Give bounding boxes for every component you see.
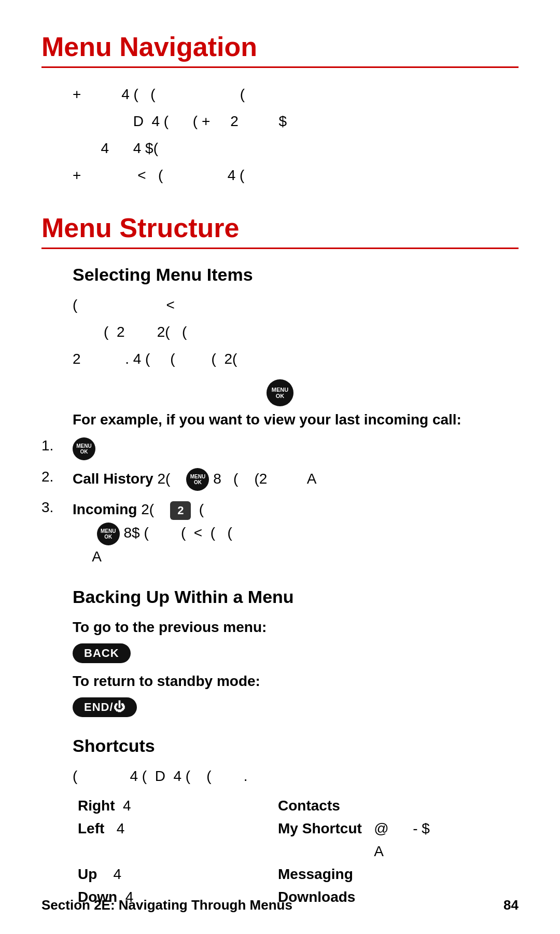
backing-up-subsection: Backing Up Within a Menu To go to the pr…: [41, 587, 519, 717]
shortcuts-intro: ( 4 ( D 4 ( ( .: [73, 765, 519, 787]
step-1-number: 1.: [41, 436, 73, 454]
nav-line-1: + 4 ( ( (: [73, 84, 519, 105]
selecting-line-3: 2 . 4 ( ( ( 2(: [73, 348, 519, 370]
backing-up-heading: Backing Up Within a Menu: [73, 587, 519, 607]
num-button-2: 2: [170, 501, 191, 520]
step-2-number: 2.: [41, 468, 73, 485]
menu-structure-heading: Menu Structure: [41, 212, 519, 243]
menu-ok-button-step2: MENUOK: [186, 468, 209, 491]
shortcut-row-left: Left 4 My Shortcut @ - $: [73, 817, 550, 840]
selecting-line-2: ( 2 2( (: [104, 321, 519, 343]
step-1-content: MENUOK: [73, 436, 519, 460]
shortcut-right-action: Contacts: [273, 794, 533, 817]
shortcut-row-right: Right 4 Contacts: [73, 794, 550, 817]
shortcuts-table: Right 4 Contacts Left 4 My Shortcut @ - …: [73, 794, 550, 909]
step-3-bold: Incoming: [73, 501, 137, 517]
shortcut-left-action: My Shortcut @ - $: [273, 817, 533, 840]
shortcut-left-extra-line: A: [273, 840, 550, 863]
steps-list: 1. MENUOK 2. Call History 2( MENUOK 8 ( …: [41, 436, 519, 568]
step-2-content: Call History 2( MENUOK 8 ( (2 A: [73, 468, 519, 491]
step-2-bold: Call History: [73, 471, 153, 487]
shortcuts-heading: Shortcuts: [73, 736, 519, 756]
footer: Section 2E: Navigating Through Menus 84: [41, 897, 519, 913]
section2-divider: [41, 248, 519, 249]
previous-menu-label: To go to the previous menu:: [73, 616, 519, 638]
back-button: BACK: [73, 643, 131, 663]
standby-label: To return to standby mode:: [73, 670, 519, 692]
section1-divider: [41, 66, 519, 68]
example-label: For example, if you want to view your la…: [73, 411, 519, 428]
step-2: 2. Call History 2( MENUOK 8 ( (2 A: [41, 468, 519, 491]
footer-left: Section 2E: Navigating Through Menus: [41, 897, 292, 913]
end-power-button: END/⏻: [73, 697, 137, 717]
nav-line-2: D 4 ( ( + 2 $: [73, 111, 519, 132]
end-button-row: END/⏻: [73, 697, 519, 717]
shortcut-right-extra: [533, 794, 550, 817]
step-3-content: Incoming 2( 2 ( MENUOK 8$ ( ( < ( ( A: [73, 498, 519, 568]
shortcut-right-label: [178, 794, 273, 817]
nav-line-3: 4 4 $(: [73, 138, 519, 159]
menu-button-center: MENUOK: [41, 379, 519, 406]
shortcut-row-left-extra: A: [73, 840, 550, 863]
selecting-heading: Selecting Menu Items: [73, 265, 519, 285]
step-1: 1. MENUOK: [41, 436, 519, 460]
footer-right: 84: [503, 897, 519, 913]
shortcuts-subsection: Shortcuts ( 4 ( D 4 ( ( . Right 4 Contac…: [41, 736, 519, 909]
menu-ok-button-step1: MENUOK: [73, 437, 95, 460]
shortcut-left-dir: Left 4: [73, 817, 178, 840]
menu-navigation-heading: Menu Navigation: [41, 31, 519, 62]
menu-ok-button-top: MENUOK: [267, 379, 293, 406]
back-button-row: BACK: [73, 643, 519, 663]
selecting-menu-items-subsection: Selecting Menu Items ( < ( 2 2( ( 2 . 4 …: [41, 265, 519, 568]
menu-structure-section: Menu Structure Selecting Menu Items ( < …: [41, 212, 519, 909]
shortcut-up-action: Messaging: [273, 863, 533, 886]
menu-ok-button-step3: MENUOK: [97, 523, 120, 545]
shortcut-up-dir: Up 4: [73, 863, 178, 886]
nav-line-4: + < ( 4 (: [73, 164, 519, 186]
shortcut-right-dir: Right 4: [73, 794, 178, 817]
menu-navigation-section: Menu Navigation + 4 ( ( ( D 4 ( ( + 2 $ …: [41, 31, 519, 186]
step-3-number: 3.: [41, 498, 73, 516]
shortcut-row-up: Up 4 Messaging: [73, 863, 550, 886]
selecting-line-1: ( <: [73, 294, 519, 316]
step-3: 3. Incoming 2( 2 ( MENUOK 8$ ( ( < ( ( A: [41, 498, 519, 568]
